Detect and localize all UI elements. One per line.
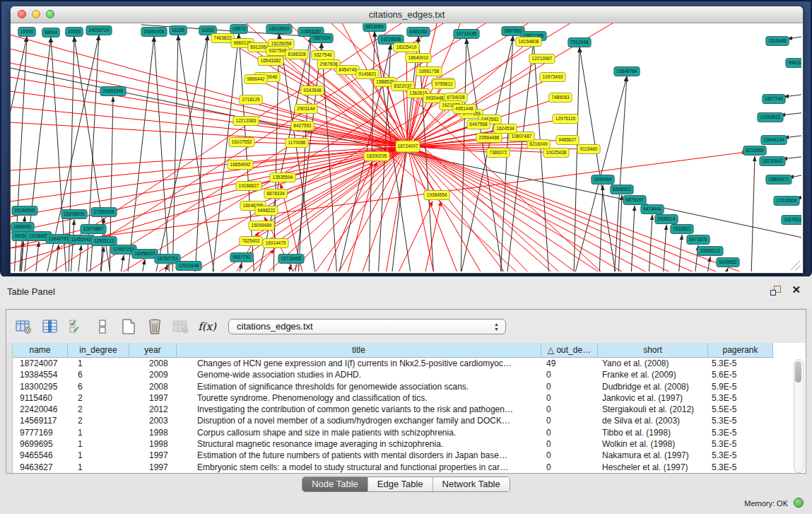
network-window-titlebar[interactable]: citations_edges.txt (11, 6, 803, 23)
table-cell: 1 (68, 438, 129, 450)
table-row[interactable]: 1456911722003Disruption of a novel membe… (13, 415, 773, 426)
graph-node-label: 9245652 (719, 259, 737, 264)
zoom-window-icon[interactable] (46, 10, 54, 18)
graph-edge (724, 268, 728, 271)
column-header-short[interactable]: short (598, 343, 708, 358)
graph-node-label: 20653346 (103, 88, 124, 93)
memory-status-label: Memory: OK (744, 499, 788, 508)
graph-edge (212, 34, 239, 271)
table-row[interactable]: 1938455462009Genome-wide association stu… (13, 369, 773, 380)
table-cell: Franke et al. (2009) (598, 369, 708, 380)
graph-edge (11, 49, 408, 146)
table-body: 1872400712008Changes of HCN gene express… (13, 358, 773, 473)
tab-network-table[interactable]: Network Table (433, 477, 510, 491)
graph-node-label: 4951448 (455, 106, 473, 111)
deselect-rows-icon[interactable] (93, 317, 112, 336)
table-row[interactable]: 911546021997Tourette syndrome. Phenomeno… (13, 392, 773, 404)
table-cell: Structural magnetic resonance image aver… (177, 438, 541, 450)
table-cell: 1 (68, 427, 129, 438)
table-header-row: namein_degreeyeartitle△ out_de…shortpage… (13, 343, 773, 358)
graph-edge (663, 225, 666, 271)
function-builder-icon[interactable]: f(x) (198, 317, 216, 336)
table-row[interactable]: 1830029562008Estimation of significance … (13, 381, 773, 392)
graph-node-label: 20691406 (144, 29, 165, 34)
graph-node-label: 16107552 (232, 139, 252, 144)
tab-edge-table[interactable]: Edge Table (368, 477, 433, 491)
graph-node-label: 9930448 (425, 95, 444, 100)
table-cell: 0 (541, 450, 598, 461)
table-cell: Embryonic stem cells: a model to study s… (177, 462, 541, 473)
table-cell: 2009 (129, 369, 177, 380)
network-graph[interactable]: 1959088004205532405572420691406163351183… (11, 23, 801, 271)
table-cell: Genome-wide association studies in ADHD. (177, 369, 541, 380)
graph-node-label: 7463822 (213, 35, 232, 40)
graph-edge (11, 91, 408, 146)
vertical-scrollbar[interactable] (794, 359, 804, 473)
graph-node-label: 10973493 (543, 74, 563, 79)
table-cell: Tourette syndrome. Phenomenology and cla… (177, 392, 541, 404)
graph-node-label: 8471676 (689, 237, 707, 242)
close-window-icon[interactable] (18, 10, 26, 18)
graph-node-label: 9498222 (257, 208, 276, 213)
delete-table-icon[interactable] (146, 317, 164, 336)
table-cell: Yano et al. (2008) (598, 358, 708, 369)
table-cell: 1 (68, 358, 129, 369)
table-selector-dropdown[interactable]: citations_edges.txt ▲▼ (228, 319, 506, 334)
column-header-year[interactable]: year (129, 343, 177, 358)
svg-text:✓: ✓ (73, 325, 80, 334)
select-all-icon[interactable]: ✓✓ (67, 317, 86, 336)
table-cell: 2008 (129, 381, 177, 392)
table-cell: Nakamura et al. (1997) (598, 450, 708, 461)
table-row[interactable]: 2242004622012Investigating the contribut… (13, 404, 773, 415)
column-header-pagerank[interactable]: pagerank (708, 343, 773, 358)
column-header-title[interactable]: title (177, 343, 541, 358)
selected-table-name: citations_edges.txt (229, 321, 313, 332)
graph-node-label: 18210643 (763, 158, 783, 163)
column-header-name[interactable]: name (13, 343, 68, 358)
close-panel-icon[interactable]: ✕ (792, 284, 801, 296)
graph-edge (11, 35, 408, 146)
graph-edge (408, 146, 558, 271)
table-settings-icon[interactable] (15, 317, 33, 336)
graph-node-label: 10719185 (457, 31, 477, 36)
column-header-out_de[interactable]: △ out_de… (541, 343, 598, 358)
graph-node-label: 7386372 (489, 150, 507, 155)
table-row[interactable]: 946362711997Embryonic stem cells: a mode… (13, 462, 773, 473)
new-table-icon[interactable] (119, 317, 138, 336)
graph-node-label: 9115460 (580, 146, 598, 151)
tab-node-table[interactable]: Node Table (302, 477, 368, 491)
graph-node-label: 19384554 (427, 192, 447, 197)
column-header-in_degree[interactable]: in_degree (68, 343, 129, 358)
graph-node-label: 17359928 (94, 209, 114, 214)
graph-edge (461, 39, 466, 271)
graph-node-label: 7485063 (551, 95, 570, 100)
table-row[interactable]: 969969511998Structural magnetic resonanc… (13, 438, 773, 450)
graph-node-label: 13444134 (764, 137, 784, 142)
graph-node-label: 7857224 (312, 35, 331, 40)
table-cell: 14569117 (13, 415, 68, 426)
graph-node-label: 16335 (172, 28, 184, 33)
table-cell: 2 (68, 392, 129, 404)
table-row[interactable]: 946554611997Estimation of the future num… (13, 450, 773, 461)
table-cell: 5.3E-5 (708, 358, 773, 369)
network-view-background: citations_edges.txt 19590880042055324055… (0, 0, 812, 278)
show-columns-icon[interactable] (41, 317, 59, 336)
table-cell: 0 (541, 438, 598, 450)
svg-text:x: x (184, 328, 187, 333)
table-row[interactable]: 977716911998Corpus callosum shape and si… (13, 427, 773, 438)
table-row[interactable]: 1872400712008Changes of HCN gene express… (13, 358, 773, 369)
network-canvas[interactable]: 1959088004205532405572420691406163351183… (11, 23, 801, 271)
graph-node-label: 12975115 (555, 116, 576, 121)
table-cell: 6 (68, 369, 129, 380)
graph-edge (408, 146, 608, 271)
graph-node-label: 9941162 (789, 60, 801, 65)
float-panel-icon[interactable] (770, 286, 781, 296)
table-cell: de Silva et al. (2003) (598, 415, 708, 426)
scrollbar-thumb[interactable] (795, 361, 801, 382)
graph-node-label: 7625402 (242, 238, 260, 243)
table-cell: Corpus callosum shape and size in male p… (177, 427, 541, 438)
graph-node-label: 26160595 (15, 208, 35, 213)
graph-edge (78, 245, 81, 271)
minimize-window-icon[interactable] (32, 10, 40, 18)
graph-edge (141, 259, 145, 271)
